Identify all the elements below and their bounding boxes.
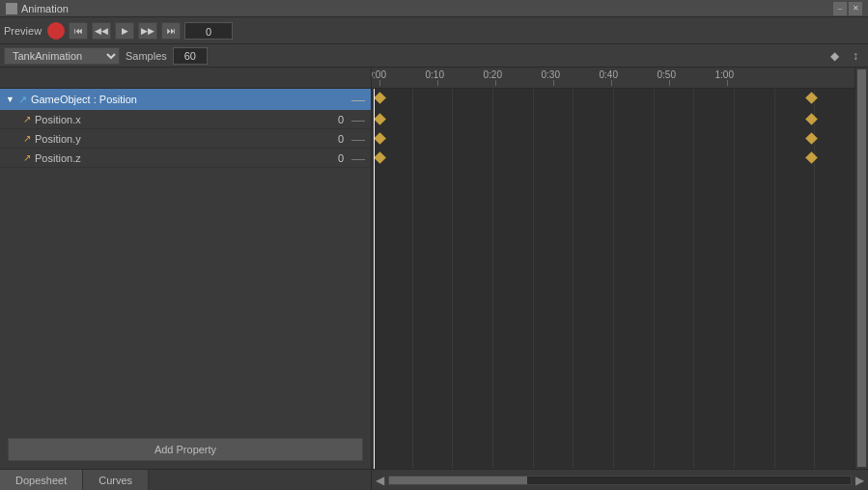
time-display: 0 (184, 22, 233, 40)
preview-label: Preview (4, 25, 42, 37)
scrollbar-thumb[interactable] (857, 69, 866, 467)
skip-back-button[interactable]: ⏮ (69, 22, 88, 40)
ruler-tick-container: 0:000:100:200:300:400:501:00 (372, 68, 854, 86)
horizontal-scrollbar[interactable] (388, 476, 852, 485)
add-property-button[interactable]: Add Property (8, 438, 363, 461)
prop-icon-z: ↗ (23, 152, 31, 163)
bottom-right: ◀ ▶ (372, 470, 868, 490)
title-bar: Animation – ✕ (0, 0, 868, 17)
property-row[interactable]: ↗ Position.y 0 — (0, 129, 371, 149)
transport-toolbar: Preview ⏮ ◀◀ ▶ ▶▶ ⏭ 0 (0, 17, 868, 44)
timeline-grid (372, 89, 854, 469)
step-back-button[interactable]: ◀◀ (92, 22, 111, 40)
property-group[interactable]: ▼ ↗ GameObject : Position — (0, 89, 371, 110)
horizontal-scrollbar-thumb[interactable] (389, 476, 527, 484)
ruler-tick-label: 0:00 (372, 69, 386, 80)
grid-line (452, 89, 492, 469)
property-row[interactable]: ↗ Position.z 0 — (0, 149, 371, 168)
bottom-left: Dopesheet Curves (0, 470, 372, 490)
scroll-left-button[interactable]: ◀ (376, 474, 384, 487)
window-icon (6, 3, 17, 14)
property-row[interactable]: ↗ Position.x 0 — (0, 110, 371, 129)
left-panel: ▼ ↗ GameObject : Position — ↗ Position.x… (0, 68, 372, 469)
grid-line (533, 89, 574, 469)
grid-line (814, 89, 854, 469)
content-area: ▼ ↗ GameObject : Position — ↗ Position.x… (0, 68, 868, 469)
prop-minus-z: — (351, 150, 365, 166)
samples-input[interactable]: 60 (173, 47, 208, 65)
grid-line (412, 89, 453, 469)
ruler-tick-line (669, 80, 670, 86)
window-controls: – ✕ (833, 2, 862, 15)
ruler-tick-label: 0:40 (600, 69, 618, 80)
main-container: Preview ⏮ ◀◀ ▶ ▶▶ ⏭ 0 TankAnimation Samp… (0, 17, 868, 490)
ruler-tick-label: 1:00 (715, 69, 734, 80)
record-button[interactable] (47, 22, 65, 40)
group-transform-icon: ↗ (18, 94, 27, 106)
clip-select[interactable]: TankAnimation (4, 47, 120, 65)
grid-line (654, 89, 694, 469)
clip-toolbar: TankAnimation Samples 60 ◆ ↕ (0, 44, 868, 68)
timeline-header-left (0, 68, 371, 89)
ruler-tick-line (727, 80, 728, 86)
ruler-tick-label: 0:30 (542, 69, 560, 80)
ruler-tick-line (553, 80, 554, 86)
tab-dopesheet[interactable]: Dopesheet (0, 470, 83, 490)
add-event-button[interactable]: ↕ (847, 47, 864, 65)
property-group-name: GameObject : Position (31, 94, 351, 105)
group-minus-icon: — (351, 92, 365, 107)
toolbar2-icons: ◆ ↕ (826, 47, 864, 65)
grid-line (693, 89, 734, 469)
add-keyframe-button[interactable]: ◆ (826, 47, 843, 65)
prop-value-z: 0 (315, 152, 344, 164)
scroll-right-button[interactable]: ▶ (855, 474, 864, 487)
samples-label: Samples (126, 50, 167, 62)
vertical-scrollbar[interactable] (854, 68, 868, 469)
prop-value-y: 0 (315, 133, 344, 145)
grid-line (774, 89, 815, 469)
skip-forward-button[interactable]: ⏭ (161, 22, 181, 40)
ruler-tick-label: 0:20 (484, 69, 502, 80)
grid-line (492, 89, 533, 469)
prop-icon-y: ↗ (23, 133, 31, 144)
play-button[interactable]: ▶ (115, 22, 134, 40)
minimize-button[interactable]: – (833, 2, 847, 15)
ruler-tick-line (379, 80, 380, 86)
add-property-area: Add Property (0, 430, 371, 469)
prop-minus-x: — (351, 112, 365, 127)
prop-name-z: Position.z (35, 152, 315, 164)
grid-line (613, 89, 654, 469)
prop-value-x: 0 (315, 114, 344, 125)
step-forward-button[interactable]: ▶▶ (138, 22, 157, 40)
tab-curves[interactable]: Curves (83, 470, 149, 490)
close-button[interactable]: ✕ (849, 2, 862, 15)
prop-name-x: Position.x (35, 114, 315, 125)
bottom-bar: Dopesheet Curves ◀ ▶ (0, 469, 868, 490)
prop-minus-y: — (351, 131, 365, 147)
grid-line (734, 89, 774, 469)
property-list: ▼ ↗ GameObject : Position — ↗ Position.x… (0, 89, 371, 430)
prop-name-y: Position.y (35, 133, 315, 145)
prop-icon-x: ↗ (23, 114, 31, 124)
ruler-tick-label: 0:50 (658, 69, 676, 80)
group-collapse-arrow: ▼ (6, 95, 14, 104)
grid-line (372, 89, 412, 469)
timeline-content[interactable] (372, 89, 854, 469)
timeline-ruler: 0:000:100:200:300:400:501:00 (372, 68, 854, 89)
window-title: Animation (21, 3, 69, 14)
ruler-tick-line (437, 80, 438, 86)
grid-line (573, 89, 613, 469)
ruler-tick-label: 0:10 (426, 69, 444, 80)
ruler-tick-line (495, 80, 496, 86)
ruler-tick-line (611, 80, 612, 86)
timeline-panel: 0:000:100:200:300:400:501:00 (372, 68, 868, 469)
